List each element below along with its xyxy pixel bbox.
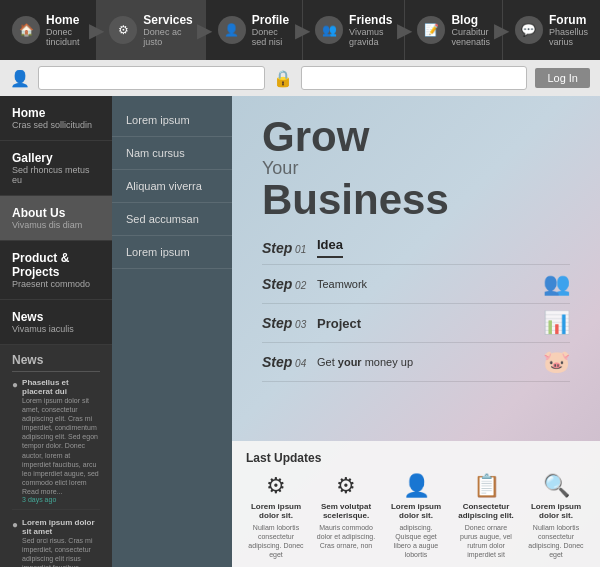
update-text-4: Nullam lobortis consectetur adipiscing. … [526, 523, 586, 559]
last-updates-section: Last Updates ⚙ Lorem ipsum dolor sit. Nu… [232, 441, 600, 567]
nav-services-sub: Donec ac justo [143, 27, 192, 47]
step2-desc: Teamwork [317, 278, 543, 290]
sidebar-item-aboutus[interactable]: About Us Vivamus dis diam [0, 196, 112, 241]
nav-profile[interactable]: 👤 Profile Donec sed nisi [206, 0, 303, 60]
dropdown-item-0[interactable]: Lorem ipsum [112, 104, 232, 137]
update-title-1: Sem volutpat scelerisque. [316, 502, 376, 520]
nav-forum-sub: Phasellus varius [549, 27, 588, 47]
update-icon-4: 🔍 [543, 473, 570, 499]
step-row-3: Step 03 Project 📊 [262, 304, 570, 343]
money-icon: 🐷 [543, 349, 570, 375]
home-icon: 🏠 [12, 16, 40, 44]
step3-desc: Project [317, 316, 543, 331]
nav-friends[interactable]: 👥 Friends Vivamus gravida [303, 0, 405, 60]
step-row-2: Step 02 Teamwork 👥 [262, 265, 570, 304]
nav-forum-title: Forum [549, 13, 588, 27]
forum-icon: 💬 [515, 16, 543, 44]
services-icon: ⚙ [109, 16, 137, 44]
nav-blog[interactable]: 📝 Blog Curabitur venenatis [405, 0, 503, 60]
nav-arrow-home [88, 0, 104, 60]
steps-section: Step 01 Idea Step 02 Teamwork 👥 Step 03 [232, 231, 600, 392]
search-input-1[interactable] [38, 66, 265, 90]
nav-services-title: Services [143, 13, 192, 27]
sidebar-item-home[interactable]: Home Cras sed sollicitudin [0, 96, 112, 141]
nav-friends-title: Friends [349, 13, 392, 27]
news-item-2: ● Lorem ipsum dolor sit amet Sed orci ri… [12, 518, 100, 567]
nav-home[interactable]: 🏠 Home Donec tincidunt [0, 0, 97, 60]
hero-section: Grow Your Business [232, 96, 600, 231]
lock-icon: 🔒 [273, 69, 293, 88]
nav-arrow-profile [294, 0, 310, 60]
sidebar-menu: Home Cras sed sollicitudin Gallery Sed r… [0, 96, 112, 345]
update-title-2: Lorem ipsum dolor sit. [386, 502, 446, 520]
update-item-3: 📋 Consectetur adipiscing elit. Donec orn… [456, 473, 516, 559]
nav-arrow-friends [396, 0, 412, 60]
sidebar-item-news[interactable]: News Vivamus iaculis [0, 300, 112, 345]
step-number-4: Step 04 [262, 354, 317, 370]
step-number-2: Step 02 [262, 276, 317, 292]
update-item-2: 👤 Lorem ipsum dolor sit. adipiscing. Qui… [386, 473, 446, 559]
login-button[interactable]: Log In [535, 68, 590, 88]
nav-services[interactable]: ⚙ Services Donec ac justo [97, 0, 205, 60]
update-text-1: Mauris commodo dolor et adipiscing. Cras… [316, 523, 376, 550]
blog-icon: 📝 [417, 16, 445, 44]
nav-forum[interactable]: 💬 Forum Phasellus varius [503, 0, 600, 60]
update-title-3: Consectetur adipiscing elit. [456, 502, 516, 520]
step-row-1: Step 01 Idea [262, 231, 570, 265]
news-item-1: ● Phasellus et placerat dui Lorem ipsum … [12, 378, 100, 510]
hero-title-grow: Grow [262, 116, 570, 158]
user-icon: 👤 [10, 69, 30, 88]
step1-labels: Idea [317, 237, 343, 258]
project-icon: 📊 [543, 310, 570, 336]
update-text-3: Donec ornare purus augue, vel rutrum dol… [456, 523, 516, 559]
main-layout: Home Cras sed sollicitudin Gallery Sed r… [0, 96, 600, 567]
top-navigation: 🏠 Home Donec tincidunt ⚙ Services Donec … [0, 0, 600, 60]
update-icon-3: 📋 [473, 473, 500, 499]
update-icon-0: ⚙ [266, 473, 286, 499]
nav-blog-sub: Curabitur venenatis [451, 27, 490, 47]
search-bar: 👤 🔒 Log In [0, 60, 600, 96]
sidebar-news: News ● Phasellus et placerat dui Lorem i… [0, 345, 112, 567]
profile-icon: 👤 [218, 16, 246, 44]
search-input-2[interactable] [301, 66, 528, 90]
nav-profile-title: Profile [252, 13, 290, 27]
nav-blog-title: Blog [451, 13, 490, 27]
update-title-0: Lorem ipsum dolor sit. [246, 502, 306, 520]
hero-title-business: Business [262, 179, 570, 221]
sidebar-item-gallery[interactable]: Gallery Sed rhoncus metus eu [0, 141, 112, 196]
sidebar-item-projects[interactable]: Product & Projects Praesent commodo [0, 241, 112, 300]
dropdown-item-2[interactable]: Aliquam viverra [112, 170, 232, 203]
dropdown-item-3[interactable]: Sed accumsan [112, 203, 232, 236]
step-number-3: Step 03 [262, 315, 317, 331]
nav-arrow-blog [494, 0, 510, 60]
nav-home-sub: Donec tincidunt [46, 27, 84, 47]
update-icon-2: 👤 [403, 473, 430, 499]
step1-idea: Idea [317, 237, 343, 252]
dropdown-menu: Lorem ipsum Nam cursus Aliquam viverra S… [112, 96, 232, 567]
last-updates-title: Last Updates [246, 451, 586, 465]
step-row-4: Step 04 Get your money up 🐷 [262, 343, 570, 382]
nav-arrow-services [197, 0, 213, 60]
update-text-2: adipiscing. Quisque eget libero a augue … [386, 523, 446, 559]
main-content: Grow Your Business Step 01 Idea Step 02 … [232, 96, 600, 567]
update-item-1: ⚙ Sem volutpat scelerisque. Mauris commo… [316, 473, 376, 559]
dropdown-item-4[interactable]: Lorem ipsum [112, 236, 232, 269]
nav-profile-sub: Donec sed nisi [252, 27, 290, 47]
update-text-0: Nullam lobortis consectetur adipiscing. … [246, 523, 306, 559]
update-item-4: 🔍 Lorem ipsum dolor sit. Nullam lobortis… [526, 473, 586, 559]
update-item-0: ⚙ Lorem ipsum dolor sit. Nullam lobortis… [246, 473, 306, 559]
step-number-1: Step 01 [262, 240, 317, 256]
step4-desc: Get your money up [317, 356, 543, 368]
updates-grid: ⚙ Lorem ipsum dolor sit. Nullam lobortis… [246, 473, 586, 559]
nav-home-title: Home [46, 13, 84, 27]
dropdown-item-1[interactable]: Nam cursus [112, 137, 232, 170]
friends-icon: 👥 [315, 16, 343, 44]
teamwork-icon: 👥 [543, 271, 570, 297]
update-title-4: Lorem ipsum dolor sit. [526, 502, 586, 520]
update-icon-1: ⚙ [336, 473, 356, 499]
sidebar: Home Cras sed sollicitudin Gallery Sed r… [0, 96, 112, 567]
nav-friends-sub: Vivamus gravida [349, 27, 392, 47]
